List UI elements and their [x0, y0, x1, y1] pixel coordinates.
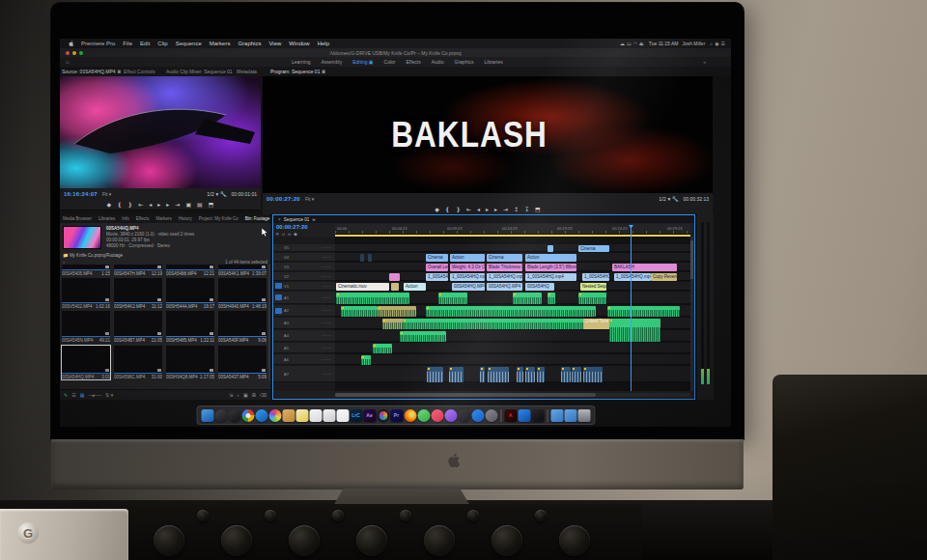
sort-button[interactable]: ⇅ ▾ [105, 392, 113, 398]
dock-icon-documents-folder[interactable] [564, 409, 576, 422]
track-header-v1[interactable]: V1••• [273, 282, 335, 291]
source-scale-dropdown[interactable]: 1/2 ▾ 🔧 [207, 191, 226, 197]
step-forward-button[interactable]: ▸ [166, 201, 169, 208]
panel-tab-metadata[interactable]: Metadata [237, 69, 257, 74]
video-clip[interactable] [368, 254, 372, 262]
track-header-a3[interactable]: A3••• [273, 318, 335, 329]
new-bin-button[interactable]: ▣ [243, 392, 248, 399]
program-timecode[interactable]: 00:00:27:20 [267, 196, 300, 202]
source-patch-a2[interactable] [275, 308, 282, 314]
audio-clip[interactable] [426, 306, 596, 317]
track-header-a4[interactable]: A4••• [273, 330, 335, 342]
menu-item-edit[interactable]: Edit [136, 41, 154, 46]
video-clip[interactable] [548, 245, 553, 252]
panel-tab-effect-controls[interactable]: Effect Controls [124, 69, 155, 74]
dock-icon-capture[interactable] [518, 409, 530, 422]
bin-clip-00sh4940-mp4[interactable]: 00SH4940.MP41:48:19 [218, 278, 267, 309]
video-clip[interactable]: 1_00SA54HQ.mp4 [487, 273, 522, 281]
menu-user[interactable]: Josh Miller [682, 41, 705, 46]
insert-button[interactable]: ▣ [185, 201, 191, 208]
panel-tab-program[interactable]: Program: Sequence 01 ≣ [270, 69, 325, 74]
dock-icon-messages[interactable] [417, 409, 430, 422]
audio-clip[interactable] [427, 367, 443, 382]
dock-icon-system-preferences[interactable] [485, 409, 497, 422]
audio-clip[interactable] [572, 367, 581, 382]
audio-clip[interactable] [537, 367, 545, 382]
audio-clip[interactable] [378, 306, 416, 317]
video-clip[interactable]: Blade Thickness 0.67″ [487, 264, 522, 271]
dock-icon-lightroom-classic[interactable]: LrC [350, 409, 362, 422]
dock-icon-davinci-resolve[interactable] [377, 409, 389, 422]
mark-in-button[interactable]: ❴ [117, 201, 122, 208]
preview-thumbnail[interactable] [63, 226, 101, 249]
bin-clip-00sa549f-mp4[interactable]: 00SA549F.MP49:06 [218, 311, 267, 344]
dock-icon-reminders[interactable] [309, 409, 322, 422]
bin-clip-00sa5488-mp4[interactable]: 00SA5488.MP412:21 [166, 265, 214, 276]
step-back-button[interactable]: ◂ [477, 206, 480, 212]
video-clip[interactable]: 1_00SA54HQ.mp4 [525, 273, 576, 281]
audio-clip[interactable] [548, 293, 555, 304]
siri-icon[interactable]: ◉ [715, 41, 718, 47]
project-tab-effects[interactable]: Effects [136, 216, 150, 221]
video-clip[interactable]: Cinematic.mov [336, 283, 389, 291]
step-forward-button[interactable]: ▸ [494, 206, 497, 212]
delete-button[interactable]: ⌫ [260, 392, 267, 399]
audio-clip[interactable] [488, 367, 509, 382]
track-header-a2[interactable]: A2••• [273, 305, 335, 317]
video-clip[interactable] [389, 273, 400, 281]
timeline-tab[interactable]: × Sequence 01 ≣ [273, 215, 694, 223]
bin-clip-00sa5437-mp4[interactable]: 00SA5437.MP45:09 [218, 346, 267, 379]
mark-out-button[interactable]: ❵ [456, 206, 461, 212]
dock-icon-after-effects[interactable]: Ae [363, 409, 376, 422]
lift-button[interactable]: ↥ [514, 206, 519, 212]
panel-tab-audio-clip-mixer-sequence-01[interactable]: Audio Clip Mixer: Sequence 01 [166, 69, 233, 74]
timeline-vertical-scrollbar[interactable] [690, 237, 693, 391]
apple-menu-icon[interactable] [65, 41, 77, 46]
menu-item-graphics[interactable]: Graphics [234, 41, 265, 46]
go-to-in-button[interactable]: ⇤ [138, 201, 143, 208]
overwrite-button[interactable]: ▤ [197, 201, 203, 208]
timeline-horizontal-scrollbar[interactable] [335, 393, 690, 397]
video-clip[interactable]: Cinema [578, 245, 609, 252]
workspace-tab-learning[interactable]: Learning [292, 59, 310, 65]
play-button[interactable]: ▸ [157, 201, 160, 208]
go-to-in-button[interactable]: ⇤ [466, 206, 471, 212]
dock-icon-files[interactable] [282, 409, 295, 422]
video-clip[interactable]: Blade Length (3.5″) 88mm [525, 264, 576, 271]
bin-breadcrumb[interactable]: 📁 My Knife Co.prproj/Footage [63, 253, 123, 258]
dock-icon-photos[interactable] [268, 409, 281, 422]
bin-clip-00sa54b7-mp4[interactable]: 00SA54B7.MP421:05 [114, 311, 162, 344]
project-tab-history[interactable]: History [179, 216, 192, 221]
track-header-a6[interactable]: A6••• [273, 354, 335, 365]
close-icon[interactable]: × [278, 217, 281, 222]
workspace-tab-effects[interactable]: Effects [407, 59, 421, 65]
workspace-overflow-icon[interactable]: » [703, 59, 706, 65]
export-frame-button[interactable]: ⬒ [535, 206, 541, 212]
project-tab-media-browser[interactable]: Media Browser [63, 216, 92, 221]
video-clip[interactable] [391, 283, 399, 291]
project-tab-info[interactable]: Info [122, 216, 129, 221]
workspace-tab-audio[interactable]: Audio [432, 59, 444, 65]
bin-clip-00sa545n-mp4[interactable]: 00SA545N.MP449:21 [62, 311, 110, 344]
video-clip[interactable]: 1_00SA54HQ [582, 273, 609, 281]
dock-icon-acrobat[interactable]: A [504, 409, 517, 422]
menu-item-view[interactable]: View [265, 41, 285, 46]
source-fit-dropdown[interactable]: Fit ▾ [102, 191, 111, 197]
menu-item-window[interactable]: Window [285, 41, 313, 46]
audio-clip[interactable] [607, 306, 680, 317]
menu-item-sequence[interactable]: Sequence [172, 41, 206, 46]
track-header-a1[interactable]: A1••• [273, 292, 335, 304]
track-header-a5[interactable]: A5••• [273, 343, 335, 353]
audio-clip[interactable] [449, 367, 464, 382]
list-view-button[interactable]: ☰ [71, 392, 75, 398]
video-clip[interactable]: BAKLASH [612, 264, 677, 271]
workspace-tab-editing[interactable]: Editing ▣ [352, 59, 373, 65]
home-icon[interactable]: ⌂ [60, 59, 75, 65]
dock-icon-notes[interactable] [295, 409, 308, 422]
step-back-button[interactable]: ◂ [149, 201, 152, 208]
dock-icon-music[interactable] [431, 409, 443, 422]
dock-icon-app-store[interactable] [471, 409, 484, 422]
menu-item-markers[interactable]: Markers [206, 41, 235, 46]
dock-icon-chrome[interactable] [241, 409, 254, 422]
audio-clip[interactable] [361, 355, 371, 365]
